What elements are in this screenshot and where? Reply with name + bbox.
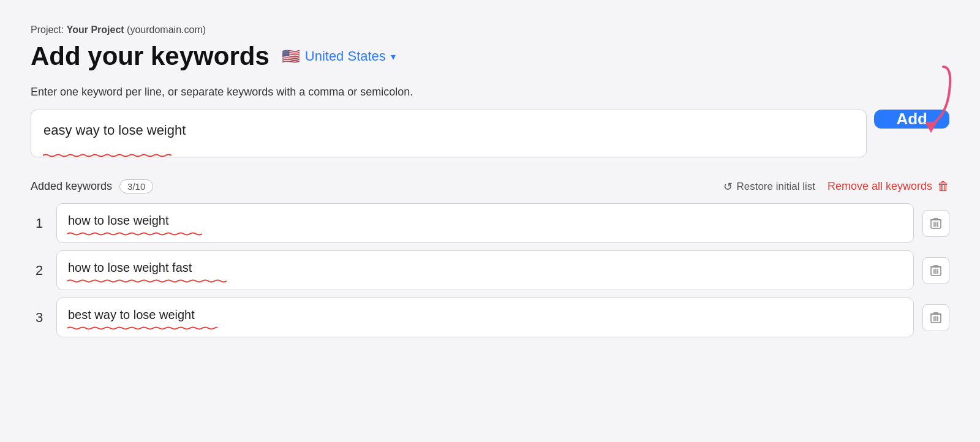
instruction-text: Enter one keyword per line, or separate …	[31, 86, 949, 99]
spell-check-squiggle	[67, 274, 227, 285]
keyword-row: 3	[31, 298, 949, 337]
row-number: 1	[31, 215, 48, 231]
keyword-row: 1	[31, 203, 949, 243]
page-title: Add your keywords	[31, 42, 270, 71]
project-domain: (yourdomain.com)	[127, 24, 206, 35]
spell-check-squiggle	[67, 321, 217, 332]
keyword-field-wrapper	[56, 203, 914, 243]
remove-all-label: Remove all keywords	[827, 180, 932, 193]
added-keywords-label: Added keywords	[31, 180, 112, 193]
spell-check-squiggle	[67, 227, 202, 238]
project-name: Your Project	[67, 24, 124, 35]
restore-icon: ↺	[723, 180, 733, 193]
header-actions: ↺ Restore initial list Remove all keywor…	[723, 179, 949, 193]
project-label: Project: Your Project (yourdomain.com)	[31, 24, 949, 36]
chevron-down-icon: ▾	[391, 51, 396, 62]
keyword-list: 1 2 3	[31, 203, 949, 337]
spell-check-squiggle	[43, 149, 172, 151]
country-selector[interactable]: 🇺🇸 United States ▾	[282, 48, 396, 65]
delete-keyword-button[interactable]	[922, 257, 949, 284]
project-text: Project:	[31, 24, 64, 35]
delete-keyword-button[interactable]	[922, 210, 949, 237]
delete-keyword-button[interactable]	[922, 304, 949, 331]
flag-icon: 🇺🇸	[282, 48, 300, 65]
remove-all-keywords-button[interactable]: Remove all keywords 🗑	[827, 179, 949, 193]
trash-icon: 🗑	[937, 179, 949, 193]
keyword-field-wrapper	[56, 298, 914, 337]
page-header: Add your keywords 🇺🇸 United States ▾	[31, 42, 949, 71]
row-number: 2	[31, 263, 48, 279]
restore-label: Restore initial list	[736, 181, 815, 193]
country-label: United States	[305, 48, 386, 64]
keyword-input-row: Add	[31, 110, 949, 157]
restore-initial-list-button[interactable]: ↺ Restore initial list	[723, 180, 815, 193]
row-number: 3	[31, 310, 48, 326]
keywords-header: Added keywords 3/10 ↺ Restore initial li…	[31, 179, 949, 193]
keywords-count-badge: 3/10	[119, 179, 153, 193]
main-keyword-input-wrapper	[31, 110, 867, 157]
arrow-annotation	[907, 61, 956, 137]
keyword-row: 2	[31, 250, 949, 290]
add-button-container: Add	[874, 110, 949, 157]
keyword-field-wrapper	[56, 250, 914, 290]
svg-marker-0	[925, 122, 937, 133]
